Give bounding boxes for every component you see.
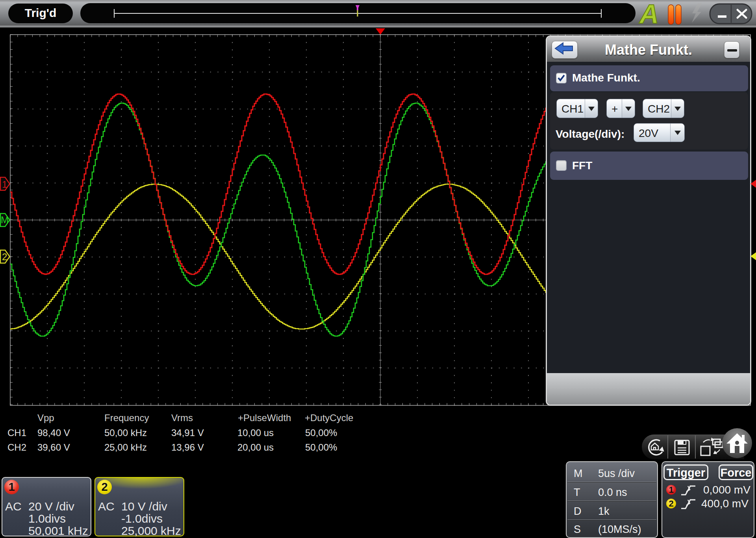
svg-text:M: M <box>1 214 9 225</box>
svg-text:1: 1 <box>2 179 7 190</box>
svg-text:2: 2 <box>2 251 7 262</box>
